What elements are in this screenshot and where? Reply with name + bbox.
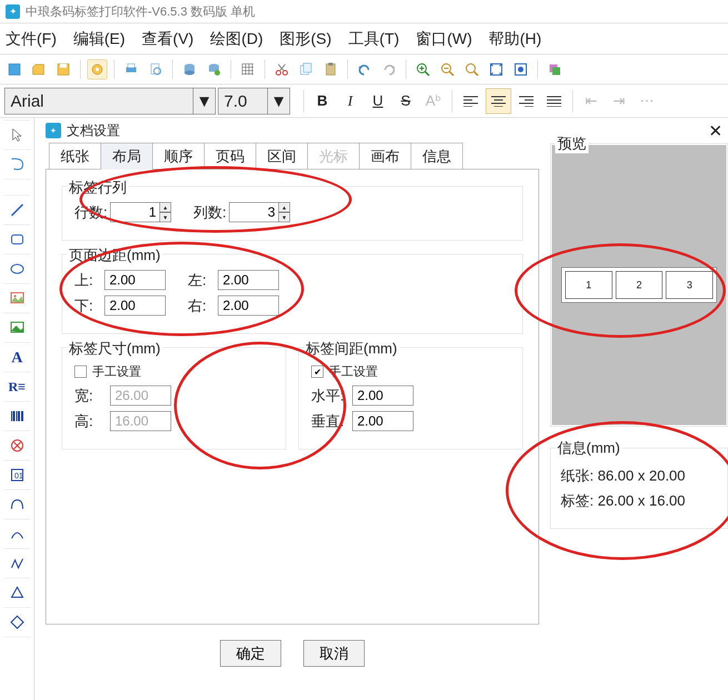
gap-h-input[interactable] — [352, 386, 413, 406]
richtext-tool-icon[interactable]: R≡ — [4, 372, 31, 402]
rows-input[interactable]: ▲▼ — [110, 202, 171, 222]
chevron-down-icon[interactable]: ▼ — [193, 88, 215, 114]
label-size-manual-checkbox[interactable] — [74, 366, 87, 378]
document-settings-dialog: ✦ 文档设置 ✕ 纸张 布局 顺序 页码 区间 光标 画布 信息 — [40, 118, 728, 700]
margin-bottom-input[interactable] — [104, 296, 166, 316]
align-left-icon[interactable] — [458, 88, 483, 114]
spin-up-icon[interactable]: ▲ — [159, 202, 171, 212]
more-format-icon[interactable]: ⋯ — [634, 88, 660, 114]
menu-edit[interactable]: 编辑(E) — [73, 28, 125, 49]
lasso-tool-icon[interactable] — [4, 149, 31, 179]
font-name-select[interactable]: Arial ▼ — [4, 88, 216, 114]
tab-pageno[interactable]: 页码 — [204, 143, 256, 169]
spin-down-icon[interactable]: ▼ — [278, 212, 290, 222]
code-tool-icon[interactable]: 01 — [4, 460, 31, 490]
print-icon[interactable] — [121, 59, 141, 79]
layers-icon[interactable] — [545, 59, 565, 79]
menu-file[interactable]: 文件(F) — [6, 28, 57, 49]
close-icon[interactable]: ✕ — [709, 121, 722, 141]
indent-increase-icon[interactable]: ⇥ — [606, 88, 632, 114]
new-doc-icon[interactable] — [4, 59, 24, 79]
cursor-tool-icon[interactable] — [4, 120, 31, 150]
tab-cursor[interactable]: 光标 — [307, 143, 360, 169]
open-icon[interactable] — [29, 59, 49, 79]
curve-tool-icon[interactable] — [4, 489, 31, 519]
separator — [265, 60, 265, 79]
ok-button[interactable]: 确定 — [220, 640, 281, 667]
margin-top-input[interactable] — [104, 270, 166, 290]
spin-down-icon[interactable]: ▼ — [159, 212, 171, 222]
cols-value[interactable] — [229, 202, 279, 222]
font-size-select[interactable]: 7.0 ▼ — [218, 88, 290, 114]
underline-button[interactable]: U — [365, 88, 391, 114]
menu-tool[interactable]: 工具(T) — [348, 28, 400, 49]
rows-value[interactable] — [110, 202, 160, 222]
svg-line-24 — [450, 72, 453, 76]
paste-icon[interactable] — [321, 59, 341, 79]
align-justify-icon[interactable] — [541, 88, 567, 114]
ellipse-tool-icon[interactable] — [4, 254, 31, 284]
rect-tool-icon[interactable] — [4, 224, 31, 254]
menu-draw[interactable]: 绘图(D) — [210, 28, 263, 49]
fit-width-icon[interactable] — [511, 59, 531, 79]
separator — [303, 90, 304, 112]
svg-point-25 — [466, 64, 475, 73]
gap-v-input[interactable] — [352, 411, 413, 431]
polyline-tool-icon[interactable] — [4, 548, 31, 578]
picture-tool-icon[interactable] — [4, 313, 31, 343]
fit-screen-icon[interactable] — [486, 59, 506, 79]
tab-info[interactable]: 信息 — [411, 143, 463, 169]
menu-window[interactable]: 窗口(W) — [416, 28, 472, 49]
window-title: 中琅条码标签打印软件-V6.5.3 数码版 单机 — [26, 3, 255, 20]
triangle-tool-icon[interactable] — [4, 578, 31, 608]
image-tool-icon[interactable] — [4, 283, 31, 313]
tab-panel-layout: 标签行列 行数: ▲▼ 列数: — [46, 169, 539, 624]
grid-icon[interactable] — [238, 59, 258, 79]
text-tool-icon[interactable]: A — [4, 342, 31, 372]
cut-icon[interactable] — [272, 59, 292, 79]
chevron-down-icon[interactable]: ▼ — [267, 88, 290, 114]
cancel-button[interactable]: 取消 — [303, 640, 365, 667]
margin-right-label: 右: — [188, 296, 218, 316]
barcode-tool-icon[interactable] — [4, 401, 31, 431]
align-center-icon[interactable] — [486, 88, 511, 114]
cols-input[interactable]: ▲▼ — [229, 202, 290, 222]
tab-paper[interactable]: 纸张 — [49, 143, 101, 169]
save-icon[interactable] — [53, 59, 73, 79]
zoom-out-icon[interactable] — [437, 59, 457, 79]
margin-right-input[interactable] — [218, 296, 279, 316]
qrcode-tool-icon[interactable] — [4, 431, 31, 461]
copy-icon[interactable] — [296, 59, 316, 79]
italic-button[interactable]: I — [337, 88, 363, 114]
label-gap-manual-checkbox[interactable] — [311, 366, 323, 378]
bold-button[interactable]: B — [310, 88, 335, 114]
arc-tool-icon[interactable] — [4, 519, 31, 549]
info-label: 标签: 26.00 x 16.00 — [561, 491, 717, 511]
separator — [231, 60, 231, 79]
database-icon[interactable] — [179, 59, 200, 79]
zoom-icon[interactable] — [462, 59, 482, 79]
tab-range[interactable]: 区间 — [256, 143, 308, 169]
fieldset-info: 信息(mm) 纸张: 86.00 x 20.00 标签: 26.00 x 16.… — [550, 448, 728, 529]
print-preview-icon[interactable] — [146, 59, 166, 79]
margin-left-input[interactable] — [218, 270, 279, 290]
tab-canvas[interactable]: 画布 — [359, 143, 411, 169]
align-right-icon[interactable] — [513, 88, 539, 114]
redo-icon[interactable] — [379, 59, 399, 79]
database-link-icon[interactable] — [204, 59, 224, 79]
tab-order[interactable]: 顺序 — [152, 143, 205, 169]
indent-decrease-icon[interactable]: ⇤ — [579, 88, 604, 114]
settings-icon[interactable] — [87, 59, 107, 79]
undo-icon[interactable] — [355, 59, 375, 79]
spin-up-icon[interactable]: ▲ — [278, 202, 290, 212]
strike-button[interactable]: S — [393, 88, 418, 114]
diamond-tool-icon[interactable] — [4, 607, 31, 637]
svg-rect-6 — [128, 64, 134, 68]
menu-shape[interactable]: 图形(S) — [280, 28, 331, 49]
line-tool-icon[interactable] — [4, 195, 31, 225]
format-misc-button[interactable]: Aᵇ — [421, 88, 446, 114]
menu-view[interactable]: 查看(V) — [142, 28, 193, 49]
zoom-in-icon[interactable] — [413, 59, 433, 79]
menu-help[interactable]: 帮助(H) — [488, 28, 541, 49]
tab-layout[interactable]: 布局 — [101, 143, 153, 169]
